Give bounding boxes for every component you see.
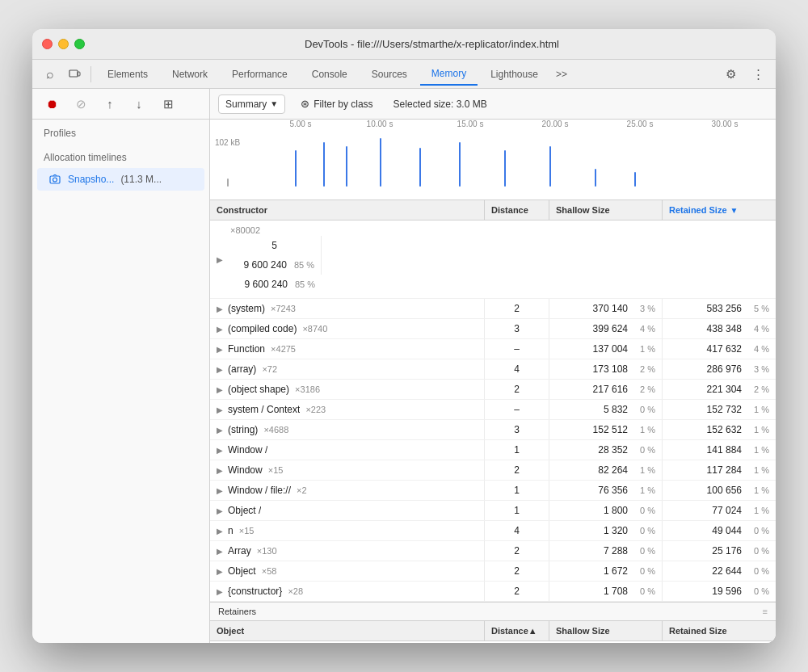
shallow-pct: 0 % bbox=[631, 566, 655, 576]
shallow-pct: 0 % bbox=[631, 405, 655, 414]
expand-icon[interactable]: ▶ bbox=[217, 567, 223, 576]
retained-pct: 1 % bbox=[745, 485, 769, 495]
th-shallow[interactable]: Shallow Size bbox=[549, 200, 663, 220]
table-row[interactable]: ▶ Object ×58 2 1 672 0 % 22 644 0 % bbox=[210, 561, 776, 582]
shallow-pct: 0 % bbox=[631, 526, 655, 536]
tab-elements[interactable]: Elements bbox=[96, 64, 159, 85]
tab-memory[interactable]: Memory bbox=[420, 63, 478, 86]
table-row[interactable]: ▶ (string) ×4688 3 152 512 1 % 152 632 1… bbox=[210, 420, 776, 440]
th-retainer-distance[interactable]: Distance▲ bbox=[485, 621, 549, 640]
expand-icon[interactable]: ▶ bbox=[217, 385, 223, 394]
td-retained: 77 024 1 % bbox=[663, 501, 776, 520]
td-retained: 152 632 1 % bbox=[663, 420, 776, 439]
tab-sources[interactable]: Sources bbox=[360, 64, 419, 85]
snapshot-item[interactable]: Snapsho... (11.3 M... bbox=[37, 168, 204, 191]
th-constructor[interactable]: Constructor bbox=[210, 200, 485, 220]
expand-icon[interactable]: ▶ bbox=[217, 426, 223, 435]
minimize-button[interactable] bbox=[58, 39, 69, 49]
snapshot-detail: (11.3 M... bbox=[120, 174, 162, 185]
svg-rect-1 bbox=[78, 72, 80, 76]
select-element-icon[interactable]: ⌕ bbox=[39, 63, 61, 86]
settings-icon[interactable]: ⚙ bbox=[719, 63, 742, 86]
td-distance: 4 bbox=[485, 521, 549, 540]
td-shallow: 1 708 0 % bbox=[549, 582, 663, 601]
device-toggle-icon[interactable] bbox=[63, 63, 86, 86]
table-row[interactable]: ▶ ×80002 5 9 600 240 85 % 9 600 240 85 % bbox=[210, 220, 776, 299]
table-row[interactable]: ▶ Window ×15 2 82 264 1 % 117 284 1 % bbox=[210, 460, 776, 481]
main-area: ⏺ ⊘ ↑ ↓ ⊞ Profiles Allocation timelines … bbox=[32, 89, 776, 643]
expand-icon[interactable]: ▶ bbox=[217, 466, 223, 475]
table-row[interactable]: ▶ Array ×130 2 7 288 0 % 25 176 0 % bbox=[210, 541, 776, 561]
shallow-num: 1 320 bbox=[575, 525, 628, 536]
spike-6 bbox=[459, 142, 461, 187]
spike-1 bbox=[295, 150, 297, 187]
maximize-button[interactable] bbox=[74, 39, 85, 49]
th-retainer-shallow[interactable]: Shallow Size bbox=[549, 621, 663, 640]
instance-count: ×2 bbox=[294, 485, 307, 495]
td-retained: 583 256 5 % bbox=[663, 299, 776, 318]
tab-network[interactable]: Network bbox=[161, 64, 219, 85]
retained-pct: 0 % bbox=[745, 566, 769, 576]
table-header: Constructor Distance Shallow Size Retain… bbox=[210, 200, 776, 220]
download-icon[interactable]: ↓ bbox=[128, 93, 150, 116]
th-retained[interactable]: Retained Size ▼ bbox=[663, 200, 776, 220]
instance-count: ×72 bbox=[259, 364, 277, 374]
th-distance[interactable]: Distance bbox=[485, 200, 549, 220]
stop-record-icon[interactable]: ⊘ bbox=[69, 93, 92, 116]
table-row[interactable]: ▶ (object shape) ×3186 2 217 616 2 % 221… bbox=[210, 380, 776, 400]
instance-count: ×80002 bbox=[228, 225, 260, 235]
instance-count: ×7243 bbox=[268, 304, 296, 313]
table-row[interactable]: ▶ (system) ×7243 2 370 140 3 % 583 256 5… bbox=[210, 299, 776, 319]
th-retainer-retained[interactable]: Retained Size bbox=[663, 621, 776, 640]
expand-icon[interactable]: ▶ bbox=[217, 446, 223, 455]
tab-performance[interactable]: Performance bbox=[221, 64, 299, 85]
tab-console[interactable]: Console bbox=[301, 64, 359, 85]
table-row[interactable]: ▶ system / Context ×223 – 5 832 0 % 152 … bbox=[210, 400, 776, 420]
expand-icon[interactable]: ▶ bbox=[217, 304, 223, 313]
expand-icon[interactable]: ▶ bbox=[217, 486, 223, 495]
shallow-pct: 1 % bbox=[631, 344, 655, 354]
td-distance: 3 bbox=[485, 319, 549, 338]
more-options-icon[interactable]: ⋮ bbox=[747, 63, 769, 86]
retained-pct: 4 % bbox=[745, 344, 769, 354]
expand-icon[interactable]: ▶ bbox=[217, 365, 223, 374]
shallow-pct: 0 % bbox=[631, 445, 655, 455]
expand-icon[interactable]: ▶ bbox=[217, 587, 223, 596]
tab-lighthouse[interactable]: Lighthouse bbox=[479, 64, 549, 85]
table-row[interactable]: ▶ Window / 1 28 352 0 % 141 884 1 % bbox=[210, 440, 776, 460]
summary-dropdown[interactable]: Summary ▼ bbox=[218, 94, 285, 114]
table-row[interactable]: ▶ {constructor} ×28 2 1 708 0 % 19 596 0… bbox=[210, 582, 776, 602]
window-title: DevTools - file:///Users/stmarthe/x-repl… bbox=[98, 38, 766, 50]
table-row[interactable]: ▶ n ×15 4 1 320 0 % 49 044 0 % bbox=[210, 521, 776, 541]
expand-icon[interactable]: ▶ bbox=[217, 325, 223, 334]
record-icon[interactable]: ⏺ bbox=[40, 93, 63, 116]
td-shallow: 137 004 1 % bbox=[549, 339, 663, 359]
filter-by-class-button[interactable]: ⊛ Filter by class bbox=[292, 94, 381, 114]
table-row[interactable]: ▶ (compiled code) ×8740 3 399 624 4 % 43… bbox=[210, 319, 776, 339]
retainers-section: Retainers ≡ Object Distance▲ Shallow Siz… bbox=[210, 602, 776, 643]
expand-icon[interactable]: ▶ bbox=[217, 527, 223, 536]
shallow-num: 76 356 bbox=[575, 485, 628, 496]
th-retainer-object[interactable]: Object bbox=[210, 621, 485, 640]
th-distance-label: Distance bbox=[491, 205, 528, 215]
close-button[interactable] bbox=[42, 39, 53, 49]
table-row[interactable]: ▶ Window / file:// ×2 1 76 356 1 % 100 6… bbox=[210, 481, 776, 501]
sidebar: ⏺ ⊘ ↑ ↓ ⊞ Profiles Allocation timelines … bbox=[32, 89, 210, 643]
expand-icon[interactable]: ▶ bbox=[217, 506, 223, 515]
expand-icon[interactable]: ▶ bbox=[217, 255, 223, 264]
shallow-num: 1 708 bbox=[575, 586, 628, 597]
clear-icon[interactable]: ⊞ bbox=[157, 93, 179, 116]
expand-icon[interactable]: ▶ bbox=[217, 547, 223, 556]
constructor-name: {constructor} bbox=[228, 586, 282, 597]
more-tabs-button[interactable]: >> bbox=[551, 65, 572, 83]
table-row[interactable]: ▶ Object / 1 1 800 0 % 77 024 1 % bbox=[210, 501, 776, 521]
expand-icon[interactable]: ▶ bbox=[217, 345, 223, 354]
td-constructor: ▶ (system) ×7243 bbox=[210, 299, 485, 318]
expand-icon[interactable]: ▶ bbox=[217, 405, 223, 414]
retained-pct: 1 % bbox=[745, 465, 769, 475]
upload-icon[interactable]: ↑ bbox=[99, 93, 121, 116]
table-row[interactable]: ▶ Function ×4275 – 137 004 1 % 417 632 4… bbox=[210, 339, 776, 359]
table-container[interactable]: Constructor Distance Shallow Size Retain… bbox=[210, 200, 776, 643]
td-distance: 2 bbox=[485, 460, 549, 480]
table-row[interactable]: ▶ (array) ×72 4 173 108 2 % 286 976 3 % bbox=[210, 359, 776, 380]
